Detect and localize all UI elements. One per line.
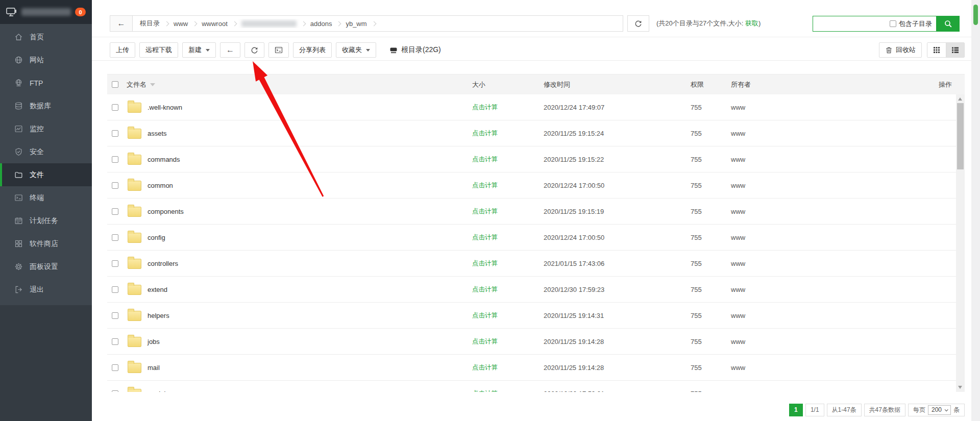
sidebar-item[interactable]: 面板设置 [0,255,92,278]
new-dropdown-button[interactable]: 新建 [182,42,216,58]
breadcrumb-segment-label[interactable] [241,20,297,27]
remote-download-button[interactable]: 远程下载 [139,42,178,58]
get-size-link[interactable]: 获取 [745,19,758,27]
search-input[interactable] [813,16,890,31]
compute-size-link[interactable]: 点击计算 [472,182,498,189]
file-name[interactable]: models [148,390,169,392]
sidebar-item[interactable]: 安全 [0,140,92,163]
file-name[interactable]: controllers [148,260,178,267]
back-button[interactable]: ← [110,16,133,31]
header-size[interactable]: 大小 [472,80,544,89]
upload-button[interactable]: 上传 [110,42,135,58]
row-checkbox[interactable] [112,208,118,215]
scroll-up-icon[interactable] [958,97,962,101]
share-list-button[interactable]: 分享列表 [293,42,332,58]
compute-size-link[interactable]: 点击计算 [472,208,498,215]
select-all-checkbox[interactable] [112,81,118,88]
scrollbar-thumb[interactable] [957,103,964,169]
breadcrumb-segment-label[interactable]: www [174,20,188,28]
include-subdir-checkbox[interactable] [890,20,896,27]
grid-view-button[interactable] [927,43,946,57]
table-scrollbar[interactable] [956,94,965,392]
row-checkbox[interactable] [112,338,118,345]
row-checkbox[interactable] [112,286,118,293]
refresh-button[interactable] [244,42,264,58]
table-row[interactable]: controllers 点击计算 2021/01/15 17:43:06 755… [107,251,965,277]
sidebar-item[interactable]: 终端 [0,186,92,209]
file-name[interactable]: .well-known [148,104,182,111]
row-checkbox[interactable] [112,390,118,392]
sidebar-item[interactable]: 退出 [0,278,92,301]
root-disk-label[interactable]: 根目录(22G) [389,45,441,55]
header-mtime[interactable]: 修改时间 [544,80,691,89]
table-row[interactable]: commands 点击计算 2020/11/25 19:15:22 755 ww… [107,146,965,172]
sidebar-item[interactable]: 首页 [0,26,92,48]
compute-size-link[interactable]: 点击计算 [472,260,498,267]
sidebar-item[interactable]: 数据库 [0,94,92,117]
page-1-button[interactable]: 1 [789,404,803,416]
row-checkbox[interactable] [112,104,118,111]
file-name[interactable]: extend [148,286,167,293]
terminal-button[interactable] [268,42,289,58]
header-filename[interactable]: 文件名 [127,80,472,89]
row-checkbox[interactable] [112,312,118,319]
row-checkbox[interactable] [112,234,118,241]
recycle-bin-button[interactable]: 回收站 [879,42,922,58]
list-view-button[interactable] [946,43,964,57]
compute-size-link[interactable]: 点击计算 [472,338,498,345]
window-scrollbar-thumb[interactable] [973,5,978,25]
file-name[interactable]: commands [148,156,180,163]
row-checkbox[interactable] [112,364,118,371]
header-perm[interactable]: 权限 [691,80,731,89]
compute-size-link[interactable]: 点击计算 [472,390,498,392]
compute-size-link[interactable]: 点击计算 [472,234,498,241]
message-count-badge[interactable]: 0 [75,8,86,16]
sidebar-item[interactable]: 计划任务 [0,209,92,232]
search-button[interactable] [936,16,960,32]
file-name[interactable]: common [148,182,173,189]
row-checkbox[interactable] [112,156,118,163]
row-checkbox[interactable] [112,130,118,137]
table-row[interactable]: extend 点击计算 2020/12/30 17:59:23 755 www [107,277,965,303]
table-row[interactable]: models 点击计算 2020/12/30 17:59:21 755 www [107,381,965,392]
file-name[interactable]: config [148,234,165,241]
file-name[interactable]: helpers [148,312,169,319]
table-row[interactable]: helpers 点击计算 2020/11/25 19:14:31 755 www [107,303,965,329]
sidebar-item[interactable]: 软件商店 [0,232,92,255]
row-checkbox[interactable] [112,182,118,189]
compute-size-link[interactable]: 点击计算 [472,104,498,111]
path-refresh-button[interactable] [627,15,649,32]
sort-caret-icon[interactable] [150,83,155,86]
breadcrumb-segment-label[interactable]: wwwroot [202,20,228,28]
header-owner[interactable]: 所有者 [731,80,868,89]
row-checkbox[interactable] [112,260,118,267]
scroll-down-icon[interactable] [958,386,962,389]
table-row[interactable]: config 点击计算 2020/12/24 17:00:50 755 www [107,225,965,251]
compute-size-link[interactable]: 点击计算 [472,364,498,371]
breadcrumb-segment-label[interactable]: addons [310,20,332,28]
table-row[interactable]: assets 点击计算 2020/11/25 19:15:24 755 www [107,120,965,146]
sidebar-item[interactable]: 文件 [0,163,92,186]
breadcrumb-segment-label[interactable]: 根目录 [140,19,160,28]
window-scrollbar[interactable] [971,0,980,421]
compute-size-link[interactable]: 点击计算 [472,312,498,319]
table-row[interactable]: .well-known 点击计算 2020/12/24 17:49:07 755… [107,94,965,120]
compute-size-link[interactable]: 点击计算 [472,286,498,293]
table-row[interactable]: components 点击计算 2020/11/25 19:15:19 755 … [107,199,965,225]
sidebar-item[interactable]: 网站 [0,48,92,71]
nav-back-button[interactable]: ← [220,42,240,58]
file-name[interactable]: mail [148,364,160,372]
table-row[interactable]: mail 点击计算 2020/11/25 19:14:28 755 www [107,355,965,381]
favorites-dropdown-button[interactable]: 收藏夹 [336,42,376,58]
per-page-select[interactable]: 200 [928,405,951,415]
breadcrumb-segment-label[interactable]: yb_wm [346,20,366,28]
sidebar-item[interactable]: 监控 [0,117,92,140]
compute-size-link[interactable]: 点击计算 [472,156,498,163]
compute-size-link[interactable]: 点击计算 [472,130,498,137]
file-name[interactable]: jobs [148,338,160,345]
file-name[interactable]: assets [148,130,167,137]
table-row[interactable]: common 点击计算 2020/12/24 17:00:50 755 www [107,172,965,199]
sidebar-item[interactable]: FTP [0,71,92,94]
table-row[interactable]: jobs 点击计算 2020/11/25 19:14:28 755 www [107,329,965,355]
file-name[interactable]: components [148,208,184,215]
